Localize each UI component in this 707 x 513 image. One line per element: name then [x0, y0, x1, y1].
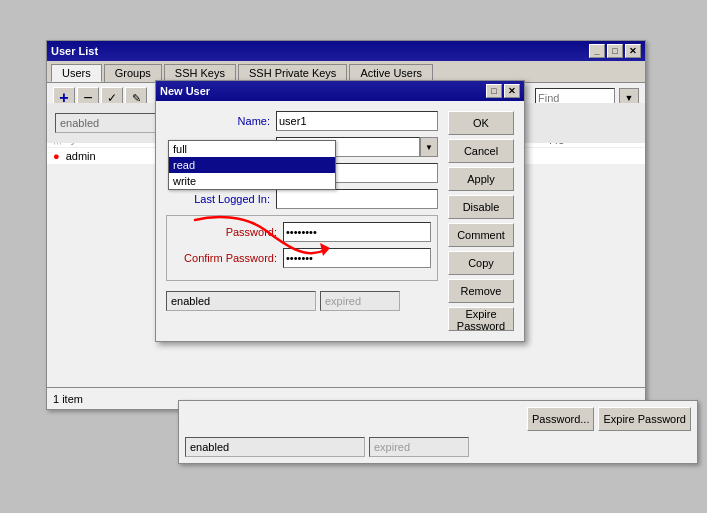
bottom-expire-password-button[interactable]: Expire Password	[598, 407, 691, 431]
dialog-title-controls: □ ✕	[486, 84, 520, 98]
group-dropdown-arrow[interactable]: ▼	[420, 137, 438, 157]
main-title-bar: User List _ □ ✕	[47, 41, 645, 61]
dialog-body: Name: Group: ▼ Allowed Address: Last Log…	[156, 101, 524, 341]
remove-button[interactable]: Remove	[448, 279, 514, 303]
name-label: Name:	[166, 115, 276, 127]
disable-button[interactable]: Disable	[448, 195, 514, 219]
bottom-enabled-status	[185, 437, 365, 457]
name-row: Name:	[166, 111, 438, 131]
password-btn[interactable]: Password...	[527, 407, 594, 431]
password-label: Password:	[173, 226, 283, 238]
bottom-expired-status	[369, 437, 469, 457]
dialog-close-button[interactable]: ✕	[504, 84, 520, 98]
bottom-window-content: Password... Expire Password	[179, 401, 697, 463]
cancel-button[interactable]: Cancel	[448, 139, 514, 163]
group-option-full[interactable]: full	[169, 141, 335, 157]
new-user-dialog: New User □ ✕ Name: Group: ▼ Allowed	[155, 80, 525, 342]
password-row: Password:	[173, 222, 431, 242]
copy-button[interactable]: Copy	[448, 251, 514, 275]
name-input[interactable]	[276, 111, 438, 131]
maximize-button[interactable]: □	[607, 44, 623, 58]
main-title-controls: _ □ ✕	[589, 44, 641, 58]
bottom-status-row	[185, 437, 691, 457]
dialog-expired-status	[320, 291, 400, 311]
dialog-title-text: New User	[160, 85, 210, 97]
group-option-read[interactable]: read	[169, 157, 335, 173]
bottom-window: Password... Expire Password	[178, 400, 698, 464]
password-section: Password: Confirm Password:	[166, 215, 438, 281]
item-count: 1 item	[53, 393, 83, 405]
group-option-write[interactable]: write	[169, 173, 335, 189]
dialog-restore-button[interactable]: □	[486, 84, 502, 98]
main-window-title: User List	[51, 45, 98, 57]
ok-button[interactable]: OK	[448, 111, 514, 135]
last-logged-row: Last Logged In:	[166, 189, 438, 209]
dialog-enabled-status	[166, 291, 316, 311]
password-input[interactable]	[283, 222, 431, 242]
apply-button[interactable]: Apply	[448, 167, 514, 191]
confirm-password-label: Confirm Password:	[173, 252, 283, 264]
minimize-button[interactable]: _	[589, 44, 605, 58]
user-icon: ●	[53, 150, 60, 162]
last-logged-input[interactable]	[276, 189, 438, 209]
last-logged-label: Last Logged In:	[166, 193, 276, 205]
confirm-password-row: Confirm Password:	[173, 248, 431, 268]
status-row	[166, 291, 438, 311]
dialog-buttons: OK Cancel Apply Disable Comment Copy Rem…	[448, 111, 514, 331]
bottom-btn-row: Password... Expire Password	[185, 407, 691, 431]
confirm-password-input[interactable]	[283, 248, 431, 268]
group-dropdown-list: full read write	[168, 140, 336, 190]
tab-groups[interactable]: Groups	[104, 64, 162, 82]
expire-password-button[interactable]: Expire Password	[448, 307, 514, 331]
dialog-title-bar: New User □ ✕	[156, 81, 524, 101]
comment-button[interactable]: Comment	[448, 223, 514, 247]
tab-users[interactable]: Users	[51, 64, 102, 82]
close-button[interactable]: ✕	[625, 44, 641, 58]
